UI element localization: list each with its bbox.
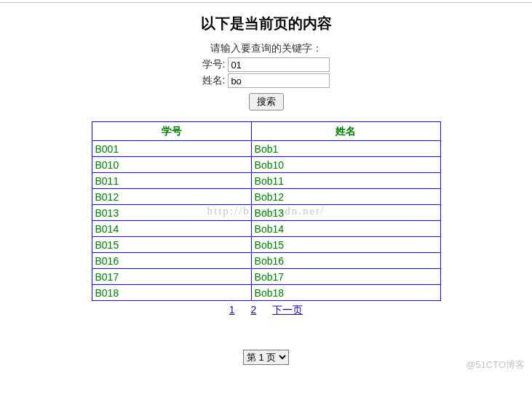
results-table: 学号 姓名 B001Bob1B010Bob10B011Bob11B012Bob1… <box>92 121 441 301</box>
name-input[interactable] <box>228 73 330 88</box>
id-input[interactable] <box>228 57 330 72</box>
pager-next[interactable]: 下一页 <box>272 304 303 315</box>
cell-name: Bob16 <box>251 253 440 269</box>
table-row: B011Bob11 <box>92 173 440 189</box>
table-row: B013Bob13 <box>92 205 440 221</box>
cell-id: B017 <box>92 269 251 285</box>
table-row: B017Bob17 <box>92 269 440 285</box>
pager: 1 2 下一页 <box>0 304 532 317</box>
table-row: B015Bob15 <box>92 237 440 253</box>
cell-id: B010 <box>92 157 251 173</box>
search-form: 请输入要查询的关键字： 学号: 姓名: 搜索 <box>0 42 532 110</box>
table-row: B001Bob1 <box>92 141 440 157</box>
cell-id: B015 <box>92 237 251 253</box>
cell-name: Bob18 <box>251 285 440 301</box>
cell-name: Bob14 <box>251 221 440 237</box>
cell-id: B011 <box>92 173 251 189</box>
pager-page-2[interactable]: 2 <box>251 304 257 315</box>
table-row: B018Bob18 <box>92 285 440 301</box>
cell-name: Bob1 <box>251 141 440 157</box>
table-row: B014Bob14 <box>92 221 440 237</box>
cell-id: B001 <box>92 141 251 157</box>
page-select[interactable]: 第 1 页 <box>243 350 289 365</box>
col-header-id: 学号 <box>92 122 251 141</box>
table-row: B012Bob12 <box>92 189 440 205</box>
cell-id: B013 <box>92 205 251 221</box>
top-divider <box>0 2 532 3</box>
cell-name: Bob15 <box>251 237 440 253</box>
cell-name: Bob13 <box>251 205 440 221</box>
cell-id: B018 <box>92 285 251 301</box>
cell-id: B012 <box>92 189 251 205</box>
cell-name: Bob17 <box>251 269 440 285</box>
name-label: 姓名: <box>202 74 226 86</box>
search-button[interactable]: 搜索 <box>249 93 284 110</box>
table-row: B010Bob10 <box>92 157 440 173</box>
pager-current: 1 <box>229 304 235 315</box>
cell-name: Bob12 <box>251 189 440 205</box>
cell-name: Bob11 <box>251 173 440 189</box>
search-prompt: 请输入要查询的关键字： <box>0 42 532 55</box>
cell-id: B016 <box>92 253 251 269</box>
cell-name: Bob10 <box>251 157 440 173</box>
cell-id: B014 <box>92 221 251 237</box>
table-row: B016Bob16 <box>92 253 440 269</box>
id-label: 学号: <box>202 58 226 70</box>
col-header-name: 姓名 <box>251 122 440 141</box>
page-title: 以下是当前页的内容 <box>0 14 532 33</box>
